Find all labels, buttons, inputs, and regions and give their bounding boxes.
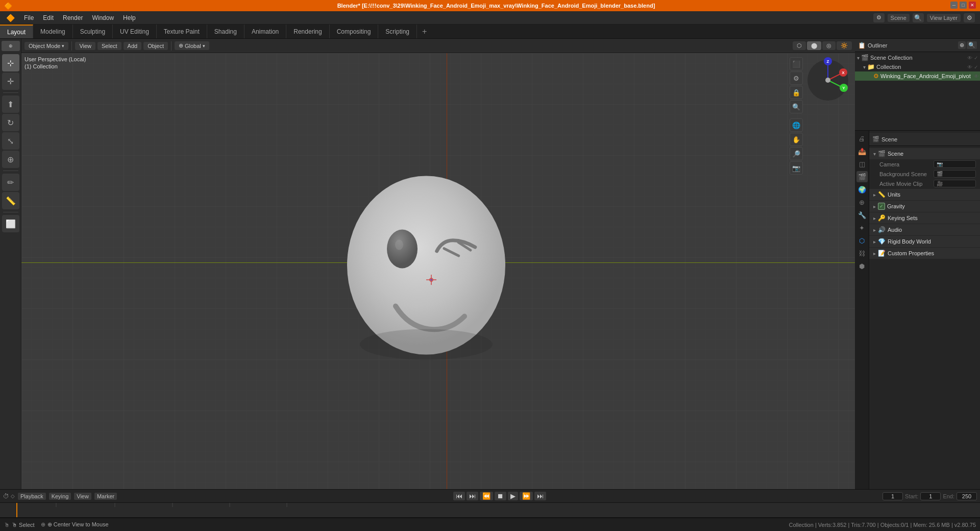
titlebar-controls[interactable]: ─ □ ✕	[950, 2, 976, 9]
tab-animation[interactable]: Animation	[244, 25, 286, 38]
scene-collection-item[interactable]: ▾ 🎬 Scene Collection 👁 ✓	[855, 53, 980, 62]
units-section-header[interactable]: ▸ 📏 Units	[869, 189, 980, 200]
zoom-btn[interactable]: 🔎	[790, 147, 803, 160]
end-frame[interactable]: 250	[957, 492, 977, 500]
mode-selector[interactable]: ⊕	[2, 41, 20, 51]
collection-exclude[interactable]: ✓	[974, 64, 978, 70]
navigation-gizmo[interactable]: X Y Z	[805, 57, 851, 103]
layer-btn[interactable]: ⚙	[790, 71, 803, 85]
close-button[interactable]: ✕	[969, 2, 976, 9]
custom-properties-section-header[interactable]: ▸ 📝 Custom Properties	[869, 248, 980, 259]
prev-frame-btn[interactable]: ⏪	[480, 492, 493, 500]
current-frame[interactable]: 1	[883, 492, 903, 500]
start-frame[interactable]: 1	[920, 492, 941, 500]
physics-props-icon[interactable]: ⬡	[856, 235, 868, 246]
tab-rendering[interactable]: Rendering	[286, 25, 329, 38]
menu-render[interactable]: Render	[59, 13, 87, 22]
next-frame-btn[interactable]: ⏩	[520, 492, 533, 500]
modifier-props-icon[interactable]: 🔧	[856, 209, 868, 221]
rotate-tool[interactable]: ↻	[2, 114, 19, 131]
shading-material[interactable]: ◎	[822, 41, 836, 50]
camera-btn[interactable]: 📷	[790, 161, 803, 175]
transform-global-selector[interactable]: ⊕ Global ▾	[175, 41, 209, 50]
object-visibility[interactable]: 👁	[974, 74, 979, 79]
emoji-3d-object[interactable]	[332, 163, 526, 379]
object-menu[interactable]: Object	[143, 42, 168, 50]
add-menu[interactable]: Add	[124, 42, 142, 50]
play-btn[interactable]: ▶	[508, 492, 518, 500]
tab-sculpting[interactable]: Sculpting	[73, 25, 113, 38]
shading-solid[interactable]: ⬤	[807, 41, 821, 50]
cursor-tool[interactable]: ✛	[2, 73, 19, 90]
maximize-button[interactable]: □	[960, 2, 967, 9]
keying-sets-section-header[interactable]: ▸ 🔑 Keying Sets	[869, 212, 980, 224]
audio-section-header[interactable]: ▸ 🔊 Audio	[869, 224, 980, 235]
rigid-body-world-section-header[interactable]: ▸ 💎 Rigid Body World	[869, 236, 980, 247]
annotate-tool[interactable]: ✏	[2, 174, 19, 191]
tab-modeling[interactable]: Modeling	[33, 25, 73, 38]
tab-texture-paint[interactable]: Texture Paint	[157, 25, 207, 38]
collection-btn[interactable]: ⬛	[790, 57, 803, 70]
select-tool[interactable]: ⊹	[2, 54, 19, 71]
menu-file[interactable]: File	[20, 13, 38, 22]
scene-section-header[interactable]: ▾ 🎬 Scene	[869, 148, 980, 159]
background-scene-value[interactable]: 🎬	[934, 170, 976, 178]
exclude-icon[interactable]: ✓	[974, 55, 978, 61]
select-menu[interactable]: Select	[97, 42, 121, 50]
header-icon-1[interactable]: ⚙	[873, 13, 885, 22]
object-mode-selector[interactable]: Object Mode ▾	[24, 42, 68, 50]
tab-layout[interactable]: Layout	[0, 25, 33, 38]
world-props-icon[interactable]: 🌍	[856, 184, 868, 195]
tab-shading[interactable]: Shading	[207, 25, 244, 38]
constraints-props-icon[interactable]: ⛓	[856, 248, 868, 259]
gravity-section-header[interactable]: ▸ ✓ Gravity	[869, 201, 980, 212]
keying-menu[interactable]: Keying	[49, 493, 71, 500]
move-tool[interactable]: ⬆	[2, 95, 19, 113]
view-layer-selector[interactable]: View Layer	[927, 14, 961, 22]
jump-end-btn[interactable]: ⏭	[534, 492, 546, 500]
active-movie-clip-value[interactable]: 🎥	[934, 180, 976, 187]
viewport-search[interactable]: 🔍	[790, 100, 803, 113]
menu-edit[interactable]: Edit	[39, 13, 58, 22]
tab-compositing[interactable]: Compositing	[330, 25, 379, 38]
collection-visibility[interactable]: 👁	[967, 64, 972, 70]
scene-selector[interactable]: Scene	[888, 14, 910, 22]
viewport-lock[interactable]: 🔒	[790, 86, 803, 99]
outliner-search[interactable]: 🔍	[967, 41, 977, 49]
scene-props-icon[interactable]: 🎬	[856, 171, 868, 182]
timeline-track[interactable]: 1 50 100 150 200 250 100 130 160 190 220…	[0, 503, 980, 518]
object-item[interactable]: ▾ ⚙ Winking_Face_Android_Emoji_pivot 👁 🔒	[855, 71, 980, 81]
stop-btn[interactable]: ⏹	[495, 492, 506, 500]
shading-wireframe[interactable]: ⬡	[793, 41, 806, 50]
transform-tool[interactable]: ⊕	[2, 151, 19, 168]
data-props-icon[interactable]: ⬢	[856, 260, 868, 272]
render-props-icon[interactable]: 🖨	[856, 133, 868, 144]
filter-icon[interactable]: 🔍	[913, 13, 924, 22]
scale-tool[interactable]: ⤡	[2, 132, 19, 150]
orbit-btn[interactable]: 🌐	[790, 118, 803, 132]
menu-blender[interactable]: 🔶	[2, 13, 19, 23]
shading-rendered[interactable]: 🔆	[837, 41, 852, 50]
outliner-filter[interactable]: ⊕	[958, 41, 966, 49]
view-layer-props-icon[interactable]: ◫	[856, 158, 868, 170]
visibility-icon[interactable]: 👁	[967, 55, 972, 61]
jump-start-btn[interactable]: ⏮	[453, 492, 465, 500]
prev-keyframe-btn[interactable]: ⏭	[467, 492, 478, 500]
menu-window[interactable]: Window	[88, 13, 118, 22]
measure-tool[interactable]: 📏	[2, 192, 19, 209]
object-props-icon[interactable]: ⊕	[856, 197, 868, 208]
view-layer-icon[interactable]: ⚙	[964, 13, 975, 22]
view-menu[interactable]: View	[74, 493, 91, 500]
pan-btn[interactable]: ✋	[790, 133, 803, 146]
camera-value[interactable]: 📷	[934, 160, 976, 168]
particles-props-icon[interactable]: ✦	[856, 222, 868, 233]
add-workspace-button[interactable]: +	[417, 25, 432, 38]
gravity-checkbox[interactable]: ✓	[878, 203, 885, 210]
menu-help[interactable]: Help	[119, 13, 140, 22]
minimize-button[interactable]: ─	[950, 2, 958, 9]
3d-viewport[interactable]: User Perspective (Local) (1) Collection	[21, 53, 855, 489]
marker-menu[interactable]: Marker	[94, 493, 117, 500]
output-props-icon[interactable]: 📤	[856, 146, 868, 157]
playback-menu[interactable]: Playback	[18, 493, 46, 500]
tab-uv-editing[interactable]: UV Editing	[113, 25, 157, 38]
